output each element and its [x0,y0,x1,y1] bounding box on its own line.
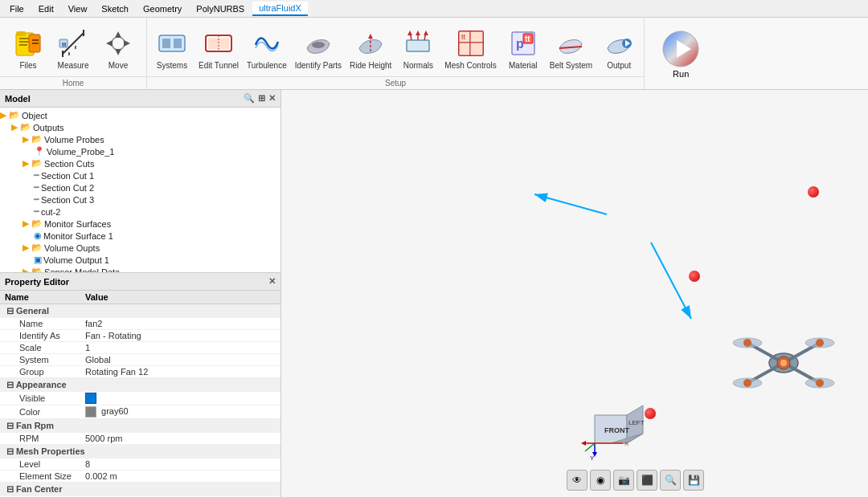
prop-value-cell[interactable]: fan2 [80,318,280,330]
turbulence-button[interactable]: Turbulence [244,24,290,73]
prop-data-row[interactable]: Visible [0,392,280,405]
prop-data-row[interactable]: Level8 [0,458,280,471]
menu-sketch[interactable]: Sketch [95,2,135,15]
prop-value-cell[interactable]: 1 [80,342,280,354]
run-icon [661,29,701,69]
normals-button[interactable]: Normals [396,24,440,73]
prop-value-cell[interactable]: Global [80,354,280,366]
mesh-controls-button[interactable]: tt Mesh Controls [441,24,499,73]
tree-item[interactable]: ▶ 📂Volume Oupts [0,242,280,254]
menu-file[interactable]: File [3,2,31,15]
systems-button[interactable]: Systems [150,24,194,73]
tree-item[interactable]: ▶ 📂Outputs [0,121,280,133]
material-button[interactable]: p tt Material [502,24,545,73]
files-button[interactable]: Files [6,24,50,73]
svg-marker-33 [416,31,420,35]
svg-marker-35 [424,31,428,35]
belt-system-icon [555,27,587,59]
measure-button[interactable]: tt Measure [51,24,95,73]
belt-system-button[interactable]: Belt System [547,24,596,73]
prop-value-cell[interactable] [80,392,280,405]
model-search-icon[interactable]: 🔍 [244,93,255,104]
menu-edit[interactable]: Edit [32,2,60,15]
output-label: Output [607,61,631,70]
edit-tunnel-label: Edit Tunnel [199,61,239,70]
prop-data-row[interactable]: Element Size0.002 m [0,471,280,483]
color-swatch[interactable] [85,406,96,418]
property-editor-header: Property Editor ✕ [0,273,280,291]
svg-marker-31 [407,31,412,35]
svg-point-26 [312,42,325,48]
bottom-toolbar: 👁 ◉ 📷 ⬛ 🔍 💾 [567,470,704,491]
prop-value-cell[interactable]: 8 [80,458,280,471]
svg-rect-22 [174,39,182,48]
viewport-eye-button[interactable]: 👁 [567,470,588,491]
prop-data-row[interactable]: Color gray60 [0,405,280,419]
model-tree-content: ▶ 📂Object▶ 📂Outputs▶ 📂Volume Probes📍Volu… [0,108,280,272]
tree-item[interactable]: ▣Volume Output 1 [0,254,280,266]
prop-data-row[interactable]: Identify AsFan - Rotating [0,330,280,342]
tree-item[interactable]: ◉Monitor Surface 1 [0,230,280,242]
edit-tunnel-icon [203,27,235,59]
ride-height-label: Ride Height [350,61,391,70]
prop-value-cell[interactable]: gray60 [80,405,280,419]
viewport-save-button[interactable]: 💾 [683,470,704,491]
tree-item[interactable]: ▶ 📂Section Cuts [0,157,280,169]
prop-data-row[interactable]: SystemGlobal [0,354,280,366]
property-editor: Property Editor ✕ Name Value ⊟ GeneralNa… [0,272,280,497]
svg-point-66 [743,379,751,387]
prop-data-row[interactable]: GroupRotating Fan 12 [0,366,280,378]
prop-value-cell[interactable]: Fan - Rotating [80,330,280,342]
tree-item[interactable]: 📍Volume_Probe_1 [0,145,280,157]
tree-item[interactable]: ━Section Cut 2 [0,181,280,194]
menu-view[interactable]: View [62,2,94,15]
tree-item[interactable]: ━cut-2 [0,206,280,218]
prop-data-row[interactable]: Namefan2 [0,318,280,330]
prop-name-cell: Level [0,458,80,471]
viewport-dot-button[interactable]: ◉ [590,470,611,491]
run-button[interactable]: Run [661,29,701,79]
checkbox-visible[interactable] [85,393,96,404]
move-button[interactable]: Move [96,24,140,73]
tree-item[interactable]: ▶ 📂Object [0,109,280,121]
prop-value-cell[interactable]: 5000 rpm [80,433,280,445]
svg-rect-40 [470,43,483,55]
prop-data-row[interactable]: Scale1 [0,342,280,354]
prop-value-cell[interactable]: 0.002 m [80,471,280,483]
move-label: Move [108,61,128,70]
prop-section-row: ⊟ Appearance [0,378,280,393]
prop-value-cell[interactable]: Rotating Fan 12 [80,366,280,378]
model-header-icons: 🔍 ⊞ ✕ [244,93,276,104]
menu-geometry[interactable]: Geometry [137,2,188,15]
files-label: Files [19,61,36,70]
property-close-icon[interactable]: ✕ [268,276,276,287]
model-close-icon[interactable]: ✕ [268,93,276,104]
prop-name-cell: Visible [0,392,80,405]
svg-marker-16 [115,31,121,38]
viewport-camera-button[interactable]: 📷 [613,470,634,491]
prop-section-row: ⊟ General [0,304,280,319]
prop-name-cell: Element Size [0,471,80,483]
material-icon: p tt [507,27,539,59]
model-tree: Model 🔍 ⊞ ✕ ▶ 📂Object▶ 📂Outputs▶ 📂Volume… [0,90,280,272]
prop-name-cell: Color [0,405,80,419]
menu-polynurbs[interactable]: PolyNURBS [190,2,251,15]
edit-tunnel-button[interactable]: Edit Tunnel [195,24,242,73]
tree-item[interactable]: ▶ 📂Monitor Surfaces [0,218,280,230]
output-button[interactable]: Output [597,24,641,73]
model-grid-icon[interactable]: ⊞ [258,93,265,104]
prop-data-row[interactable]: RPM5000 rpm [0,433,280,445]
tree-item[interactable]: ▶ 📂Volume Probes [0,133,280,145]
viewport[interactable]: 虚拟麦克风，记录风压信号 [281,90,868,497]
tree-item[interactable]: ━Section Cut 1 [0,169,280,181]
ride-height-button[interactable]: Ride Height [346,24,395,73]
menu-ultrafluidx[interactable]: ultraFluidX [252,2,308,16]
viewport-zoom-button[interactable]: 🔍 [660,470,681,491]
viewport-box-button[interactable]: ⬛ [637,470,657,491]
identify-parts-icon [302,27,334,59]
identify-parts-button[interactable]: Identify Parts [292,24,345,73]
model-header: Model 🔍 ⊞ ✕ [0,90,280,108]
tree-item[interactable]: ▶ 📂Sensor Model Data [0,266,280,272]
prop-section-label: ⊟ Mesh Properties [0,445,280,459]
tree-item[interactable]: ━Section Cut 3 [0,194,280,206]
